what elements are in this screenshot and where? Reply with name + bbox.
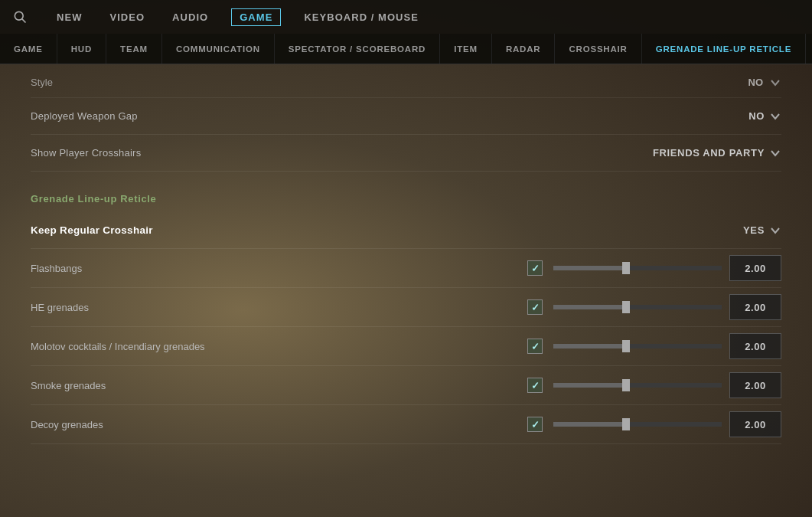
flashbangs-value-box: 2.00 [729, 255, 781, 281]
nav-item[interactable]: ITEM [440, 34, 492, 64]
top-navigation: NEW VIDEO AUDIO GAME KEYBOARD / MOUSE [0, 0, 812, 34]
deployed-weapon-gap-value: NO [748, 110, 765, 122]
smoke-grenades-slider[interactable] [553, 383, 722, 388]
molotov-checkbox[interactable] [527, 339, 543, 354]
molotov-checkbox-wrap [526, 337, 544, 355]
smoke-grenades-checkbox[interactable] [527, 378, 543, 393]
deployed-weapon-gap-chevron [769, 110, 781, 123]
setting-show-player-crosshairs: Show Player Crosshairs FRIENDS AND PARTY [31, 135, 781, 172]
smoke-grenades-label: Smoke grenades [31, 380, 526, 391]
flashbangs-label: Flashbangs [31, 263, 526, 274]
partial-chevron-icon [769, 77, 781, 89]
svg-line-1 [22, 19, 26, 23]
search-button[interactable] [12, 9, 28, 25]
nav-telemetry[interactable]: TELEMETRY [806, 34, 812, 64]
he-grenades-slider[interactable] [553, 305, 722, 309]
he-grenades-checkbox-wrap [526, 298, 544, 316]
svg-point-0 [15, 11, 23, 20]
flashbangs-checkbox[interactable] [527, 260, 543, 276]
he-grenades-label: HE grenades [31, 302, 526, 313]
decoy-grenades-slider[interactable] [553, 422, 722, 427]
grenade-row-smoke-grenades: Smoke grenades 2.00 [31, 366, 781, 405]
top-nav-game[interactable]: GAME [231, 8, 281, 26]
top-nav-audio[interactable]: AUDIO [168, 8, 213, 26]
decoy-grenades-checkbox[interactable] [527, 417, 543, 432]
grenade-row-flashbangs: Flashbangs 2.00 [31, 249, 781, 288]
partial-style-row: Style NO [31, 67, 781, 98]
show-player-crosshairs-label: Show Player Crosshairs [31, 147, 653, 159]
decoy-grenades-value-box: 2.00 [729, 411, 781, 437]
keep-regular-crosshair-dropdown[interactable]: YES [743, 224, 781, 237]
keep-regular-crosshair-label: Keep Regular Crosshair [31, 224, 743, 236]
grenade-row-he-grenades: HE grenades 2.00 [31, 288, 781, 327]
grenade-section-header: Grenade Line-up Reticle [31, 172, 781, 212]
molotov-value-box: 2.00 [729, 333, 781, 359]
grenade-row-decoy-grenades: Decoy grenades 2.00 [31, 405, 781, 444]
search-icon [12, 9, 28, 25]
show-player-crosshairs-value: FRIENDS AND PARTY [653, 147, 765, 159]
top-nav-video[interactable]: VIDEO [105, 8, 149, 26]
setting-deployed-weapon-gap: Deployed Weapon Gap NO [31, 98, 781, 135]
main-content: Style NO Deployed Weapon Gap NO Show Pla… [0, 64, 812, 517]
nav-grenade-lineup-reticle[interactable]: GRENADE LINE-UP RETICLE [642, 34, 806, 64]
he-grenades-value-box: 2.00 [729, 294, 781, 320]
decoy-grenades-checkbox-wrap [526, 415, 544, 434]
flashbangs-checkbox-wrap [526, 259, 544, 277]
second-navigation: GAME HUD TEAM COMMUNICATION SPECTATOR / … [0, 34, 812, 64]
he-grenades-checkbox[interactable] [527, 299, 543, 315]
grenade-row-molotov: Molotov cocktails / Incendiary grenades … [31, 327, 781, 366]
flashbangs-slider[interactable] [553, 266, 722, 270]
keep-regular-crosshair-chevron [769, 224, 781, 237]
show-player-crosshairs-chevron [769, 147, 781, 159]
nav-radar[interactable]: RADAR [492, 34, 556, 64]
nav-communication[interactable]: COMMUNICATION [162, 34, 275, 64]
setting-keep-regular-crosshair: Keep Regular Crosshair YES [31, 212, 781, 249]
decoy-grenades-label: Decoy grenades [31, 419, 526, 430]
smoke-grenades-value-box: 2.00 [729, 372, 781, 398]
top-nav-new[interactable]: NEW [52, 8, 86, 26]
nav-hud[interactable]: HUD [57, 34, 106, 64]
nav-spectator-scoreboard[interactable]: SPECTATOR / SCOREBOARD [275, 34, 440, 64]
deployed-weapon-gap-label: Deployed Weapon Gap [31, 110, 748, 122]
nav-game[interactable]: GAME [0, 34, 57, 64]
molotov-label: Molotov cocktails / Incendiary grenades [31, 341, 526, 352]
smoke-grenades-checkbox-wrap [526, 376, 544, 394]
partial-value: NO [748, 77, 764, 88]
keep-regular-crosshair-value: YES [743, 224, 765, 236]
nav-team[interactable]: TEAM [106, 34, 162, 64]
nav-crosshair[interactable]: CROSSHAIR [555, 34, 641, 64]
partial-label: Style [31, 77, 748, 88]
molotov-slider[interactable] [553, 344, 722, 348]
show-player-crosshairs-dropdown[interactable]: FRIENDS AND PARTY [653, 147, 781, 159]
deployed-weapon-gap-dropdown[interactable]: NO [748, 110, 781, 123]
top-nav-keyboard-mouse[interactable]: KEYBOARD / MOUSE [299, 8, 423, 26]
